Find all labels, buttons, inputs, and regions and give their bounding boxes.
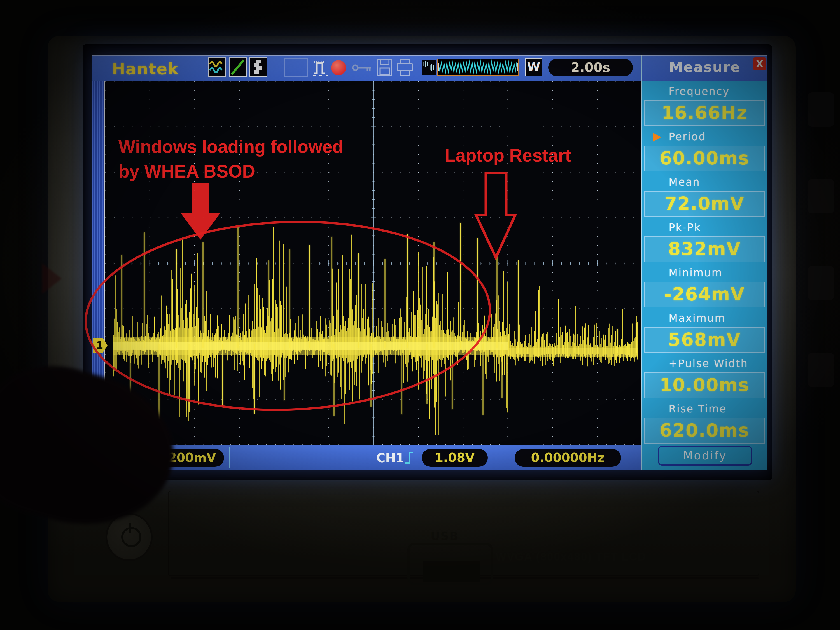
usb-slot (423, 561, 480, 583)
screen-highlight (92, 55, 767, 56)
trigger-level-readout[interactable]: 1.08V (422, 449, 488, 467)
usb-label: USB (431, 530, 459, 543)
annotation-note-bsod: Windows loading followed by WHEA BSOD (118, 134, 343, 184)
oscilloscope-photo: 1 Hantek (0, 0, 840, 630)
measure-row-label: Mean (642, 173, 767, 191)
record-icon[interactable] (331, 60, 346, 75)
channels-icon[interactable] (208, 57, 226, 77)
measure-row-label: Rise Time (642, 400, 767, 418)
measure-row-value: 620.0ms (644, 418, 765, 444)
pulse-icon[interactable] (312, 58, 329, 78)
power-icon (121, 527, 141, 547)
measure-row-value: -264mV (644, 282, 765, 308)
bezel-caption-1: FAST WAVEFORM CAPTURE (496, 531, 662, 544)
measure-row-value: 16.66Hz (644, 100, 765, 126)
brand-logo: Hantek (112, 60, 179, 78)
measure-row-label: Minimum (642, 264, 767, 282)
power-icon-stem (128, 523, 131, 532)
trigger-frequency-readout[interactable]: 0.00000Hz (515, 449, 621, 467)
measure-panel: Measure X Frequency16.66HzPeriod60.00msM… (641, 55, 767, 471)
scope-screen: 1 Hantek (92, 55, 767, 471)
toolbar-divider (417, 58, 417, 76)
measure-row-label: +Pulse Width (642, 355, 767, 373)
status-bar: ~ AC (20) 200mV CH1 1.08V 0.00000Hz (92, 445, 641, 471)
measure-row-value: 60.00ms (644, 145, 765, 171)
measure-title: Measure (642, 59, 767, 75)
modify-button[interactable]: Modify (658, 446, 752, 466)
bezel-caption-2: WVGA (800x480) TFT LCD (496, 551, 646, 563)
clipboard-icon[interactable] (249, 57, 267, 77)
side-button[interactable] (807, 266, 834, 300)
rising-edge-icon[interactable] (404, 449, 418, 467)
waveform-preview (437, 58, 519, 76)
timebase-readout[interactable]: 2.00s (548, 58, 633, 76)
save-icon[interactable] (377, 58, 393, 78)
measure-row-label: Period (642, 128, 767, 146)
measure-row-value: 10.00ms (644, 373, 765, 398)
measure-row-value: 72.0mV (644, 191, 765, 217)
trigger-cap-icon (422, 60, 436, 75)
channel-label: CH1 (376, 451, 404, 465)
close-icon[interactable]: X (753, 57, 766, 70)
measure-row-label: Pk-Pk (642, 219, 767, 237)
statusbar-divider (229, 447, 230, 468)
selected-row-arrow-icon (653, 133, 662, 142)
annotation-note-restart: Laptop Restart (445, 145, 571, 166)
measure-header: Measure X (642, 55, 767, 81)
slope-icon[interactable] (229, 57, 247, 77)
print-icon[interactable] (396, 58, 414, 78)
measure-row-value: 568mV (644, 327, 765, 353)
side-button[interactable] (807, 179, 834, 213)
measure-row-value: 832mV (644, 236, 765, 262)
key-icon[interactable] (351, 61, 373, 76)
side-button[interactable] (807, 92, 834, 126)
side-button[interactable] (807, 353, 834, 387)
measure-row-label: Frequency (642, 83, 767, 101)
window-mode-button[interactable]: W (525, 58, 542, 76)
statusbar-divider2 (501, 447, 502, 468)
menu-placeholder (284, 58, 308, 77)
measure-row-label: Maximum (642, 309, 767, 327)
reflection-artifact (42, 263, 62, 294)
